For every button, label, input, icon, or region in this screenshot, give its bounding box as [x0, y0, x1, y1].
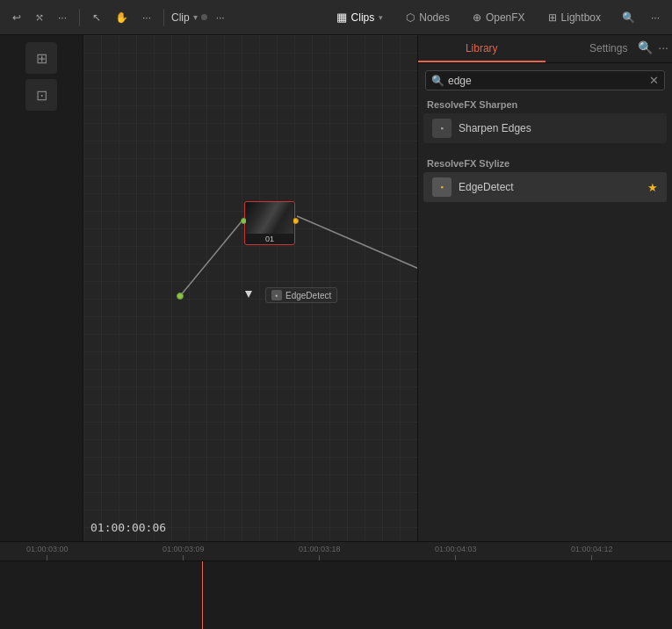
- ruler-label-3: 01:00:03:18: [299, 545, 341, 553]
- lightbox-label: Lightbox: [561, 11, 601, 24]
- nodes-label: Nodes: [419, 11, 450, 24]
- edge-detect-tooltip: ▪ EdgeDetect: [265, 287, 337, 303]
- edge-detect-icon: ▪: [432, 177, 452, 197]
- search-bar-icon: 🔍: [431, 75, 444, 87]
- tab-lightbox[interactable]: ⊞ Lightbox: [538, 7, 611, 28]
- edge-detect-tooltip-icon: ▪: [271, 290, 282, 300]
- right-panel-tabs: Library Settings: [418, 35, 672, 63]
- nav-tabs: ▦ Clips ▾ ⬡ Nodes ⊕ OpenFX ⊞ Lightbox: [326, 6, 611, 28]
- timeline-tracks[interactable]: [0, 561, 672, 629]
- ruler-line-5: [591, 555, 592, 560]
- search-clear-button[interactable]: ✕: [649, 74, 659, 87]
- hand-tool-button[interactable]: ✋: [110, 8, 134, 27]
- node-editor: 01 ▪ EdgeDetect 01:00:00:06: [83, 35, 417, 541]
- ruler-line-4: [455, 555, 456, 560]
- fx-item-sharpen-edges[interactable]: ▪ Sharpen Edges: [423, 113, 667, 143]
- node-box-01[interactable]: 01: [244, 201, 295, 245]
- node-output-port[interactable]: [293, 218, 299, 224]
- timeline-ruler: 01:00:03:00 01:00:03:09 01:00:03:18 01:0…: [0, 542, 672, 561]
- clip-label-text: Clip: [171, 11, 190, 24]
- panel-more-button[interactable]: ···: [646, 8, 665, 27]
- ruler-label-5: 01:00:04:12: [571, 545, 613, 553]
- select-tool-button[interactable]: ↖: [87, 8, 106, 27]
- right-panel-header: Library Settings 🔍 ···: [418, 35, 672, 63]
- ruler-tick-1: 01:00:03:00: [26, 545, 69, 560]
- edge-detect-label: EdgeDetect: [459, 181, 640, 193]
- clip-dropdown-icon[interactable]: ▾: [193, 12, 198, 22]
- right-panel: Library Settings 🔍 ··· 🔍 ✕ ResolveFX Sha…: [417, 35, 672, 541]
- ruler-line-3: [319, 555, 320, 560]
- input-port-left[interactable]: [177, 293, 184, 300]
- edge-detect-tooltip-label: EdgeDetect: [285, 291, 331, 300]
- clip-label-area: Clip ▾: [171, 11, 207, 24]
- lightbox-icon: ⊞: [548, 11, 557, 24]
- tab-nodes[interactable]: ⬡ Nodes: [395, 7, 460, 28]
- search-icon-rp[interactable]: 🔍: [638, 40, 653, 54]
- section-title-stylize: ResolveFX Stylize: [418, 153, 672, 171]
- cursor-indicator: [245, 291, 252, 301]
- edge-detect-star[interactable]: ★: [647, 181, 658, 194]
- clips-dropdown[interactable]: ▾: [379, 13, 383, 22]
- undo-button[interactable]: ↩: [7, 8, 26, 27]
- nodes-icon: ⬡: [406, 11, 415, 24]
- toolbar-separator-2: [163, 9, 164, 26]
- timeline-playhead: [202, 561, 203, 629]
- search-bar: 🔍 ✕: [425, 70, 665, 90]
- top-bar-right: ▦ Clips ▾ ⬡ Nodes ⊕ OpenFX ⊞ Lightbox 🔍 …: [326, 6, 665, 28]
- node-label: 01: [265, 234, 274, 244]
- sharpen-edges-label: Sharpen Edges: [459, 122, 658, 134]
- left-panel: ⊞ ⊡: [0, 35, 83, 541]
- right-panel-top-icons: 🔍 ···: [638, 40, 668, 54]
- search-input[interactable]: [448, 75, 646, 87]
- tab-openfx[interactable]: ⊕ OpenFX: [462, 7, 536, 28]
- clips-label: Clips: [351, 11, 375, 24]
- ruler-line-2: [183, 555, 184, 560]
- openfx-icon: ⊕: [473, 11, 481, 24]
- search-button[interactable]: 🔍: [617, 8, 640, 27]
- bottom-timeline: 01:00:03:00 01:00:03:09 01:00:03:18 01:0…: [0, 541, 672, 629]
- top-nav-bar: ↩ ⤲ ··· ↖ ✋ ··· Clip ▾ ··· ▦ Clips ▾ ⬡ N…: [0, 0, 672, 35]
- node-canvas: 01 ▪ EdgeDetect 01:00:00:06: [83, 65, 417, 541]
- toolbar-separator: [79, 9, 80, 26]
- ruler-label-2: 01:00:03:09: [163, 545, 205, 553]
- timecode-display: 01:00:00:06: [90, 521, 166, 534]
- ruler-tick-5: 01:00:04:12: [571, 545, 613, 560]
- ruler-label-4: 01:00:04:03: [435, 545, 477, 553]
- svg-line-1: [297, 216, 417, 296]
- ruler-tick-3: 01:00:03:18: [299, 545, 341, 560]
- fx-item-edge-detect[interactable]: ▪ EdgeDetect ★: [423, 172, 667, 202]
- tab-clips[interactable]: ▦ Clips ▾: [326, 6, 394, 28]
- section-title-sharpen: ResolveFX Sharpen: [418, 94, 672, 112]
- node-thumbnail: [246, 202, 293, 234]
- node-toolbar-more[interactable]: ···: [137, 8, 156, 27]
- clip-more-button[interactable]: ···: [211, 8, 230, 27]
- left-panel-icon-1[interactable]: ⊞: [25, 42, 57, 74]
- left-panel-icon-2[interactable]: ⊡: [25, 79, 57, 111]
- ruler-label-1: 01:00:03:00: [26, 545, 69, 553]
- node-thumb-inner: [246, 202, 293, 234]
- ruler-tick-4: 01:00:04:03: [435, 545, 477, 560]
- ruler-tick-2: 01:00:03:09: [163, 545, 205, 560]
- svg-line-0: [180, 216, 246, 296]
- node-connections-svg: [83, 65, 417, 541]
- sharpen-edges-icon: ▪: [432, 119, 452, 138]
- tab-library[interactable]: Library: [418, 35, 546, 62]
- more-options-button[interactable]: ···: [53, 8, 72, 27]
- clip-indicator-dot: [201, 14, 207, 20]
- clips-icon: ▦: [336, 11, 347, 24]
- ruler-line-1: [47, 555, 47, 560]
- redo-button[interactable]: ⤲: [30, 8, 49, 27]
- top-bar-left: ↩ ⤲ ··· ↖ ✋ ··· Clip ▾ ···: [7, 8, 322, 27]
- more-icon-rp[interactable]: ···: [658, 40, 668, 54]
- openfx-label: OpenFX: [486, 11, 525, 24]
- main-layout: ⊞ ⊡: [0, 35, 672, 541]
